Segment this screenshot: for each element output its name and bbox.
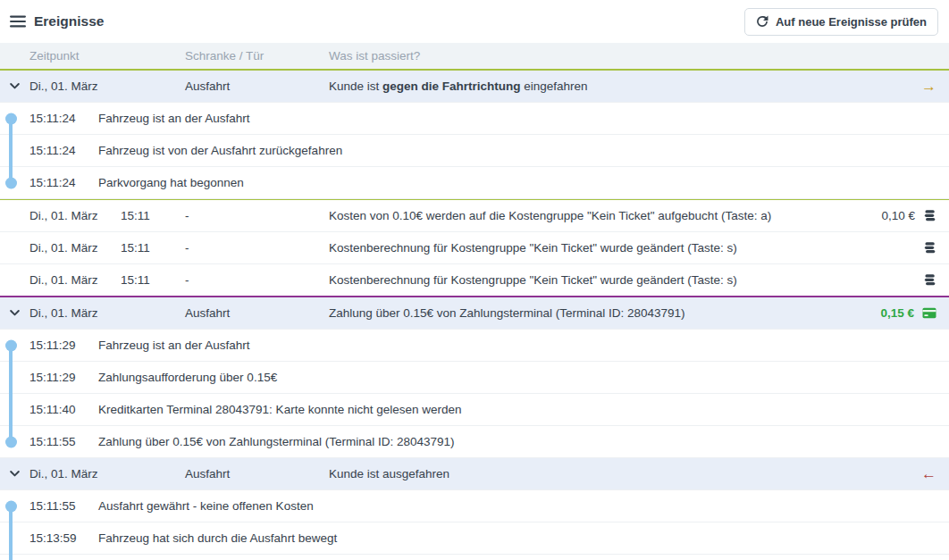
event-time: 15:11:40 [29,403,98,416]
event-time: 15:11:24 [29,144,98,157]
event-gate: - [185,273,329,287]
event-gate: Ausfahrt [185,306,329,320]
event-sub-row: 15:11:29Zahlungsaufforderung über 0.15€ [0,362,949,394]
event-date: Di., 01. März [29,273,121,287]
table-header-row: Zeitpunkt Schranke / Tür Was ist passier… [0,43,949,71]
event-row: Di., 01. März15:11-Kostenberechnung für … [0,232,949,264]
event-table-body: Di., 01. MärzAusfahrtKunde ist gegen die… [0,71,949,560]
event-amount: 0,10 € [881,209,915,222]
event-section: Di., 01. MärzAusfahrtKunde ist gegen die… [0,71,949,199]
coins-icon [923,273,936,287]
event-time: 15:11:29 [29,339,98,352]
event-sub-row: 15:11:29Fahrzeug ist an der Ausfahrt [0,330,949,362]
event-sub-list: 15:11:55Ausfahrt gewährt - keine offenen… [0,490,949,560]
event-description: Fahrzeug ist an der Ausfahrt [98,339,949,352]
event-date: Di., 01. März [29,79,121,93]
timeline-dot [5,436,17,447]
page-header: Ereignisse Auf neue Ereignisse prüfen [0,0,949,43]
credit-card-icon [922,307,936,319]
event-gate: Ausfahrt [185,79,329,93]
event-time: 15:11 [121,241,150,255]
coins-icon [923,241,936,255]
event-description: Kosten von 0.10€ werden auf die Kostengr… [329,209,881,222]
event-group-row[interactable]: Di., 01. MärzAusfahrtKunde ist gegen die… [0,71,949,103]
event-description: Parkvorgang hat begonnen [98,176,949,189]
event-time: 15:13:59 [29,531,98,545]
event-sub-row: 15:11:40Kreditkarten Terminal 28043791: … [0,394,949,426]
chevron-down-icon[interactable] [9,80,21,92]
event-group-row[interactable]: Di., 01. MärzAusfahrtKunde ist ausgefahr… [0,458,949,490]
event-gate: - [185,241,329,255]
event-section: Di., 01. MärzAusfahrtKunde ist ausgefahr… [0,458,949,560]
event-description: Zahlung über 0.15€ von Zahlungsterminal … [98,435,949,448]
event-time: 15:11:24 [29,176,98,189]
column-header-schranke-tuer: Schranke / Tür [185,49,329,63]
event-date: Di., 01. März [29,467,121,481]
event-sub-list: 15:11:24Fahrzeug ist an der Ausfahrt15:1… [0,103,949,199]
event-amount: 0,15 € [880,306,914,320]
event-description: Kostenberechnung für Kostengruppe "Kein … [329,241,923,255]
timeline-dot [5,339,17,351]
event-gate: - [185,209,329,222]
event-date: Di., 01. März [29,306,121,320]
column-header-was-ist-passiert: Was ist passiert? [329,49,949,63]
timeline-dot [5,500,17,512]
event-sub-list: 15:11:29Fahrzeug ist an der Ausfahrt15:1… [0,330,949,458]
event-sub-row: 15:11:55Ausfahrt gewährt - keine offenen… [0,490,949,522]
event-time: 15:11:55 [29,499,98,513]
event-description: Fahrzeug hat sich durch die Ausfahrt bew… [98,531,949,545]
event-sub-row: 15:13:59Fahrzeug hat sich durch die Ausf… [0,522,949,555]
column-header-zeitpunkt: Zeitpunkt [29,49,185,63]
event-group-row[interactable]: Di., 01. MärzAusfahrtZahlung über 0.15€ … [0,297,949,330]
refresh-events-button[interactable]: Auf neue Ereignisse prüfen [744,8,938,36]
chevron-down-icon[interactable] [9,307,21,319]
event-description: Kunde ist ausgefahren [329,467,921,481]
event-description: Fahrzeug ist von der Ausfahrt zurückgefa… [98,144,949,157]
event-description: Kunde ist gegen die Fahrtrichtung eingef… [329,79,921,93]
event-gate: Ausfahrt [185,467,329,481]
hamburger-menu-icon[interactable] [10,14,26,29]
event-row: Di., 01. März15:11-Kosten von 0.10€ werd… [0,200,949,232]
event-time: 15:11:24 [29,112,98,125]
event-sub-row: 15:11:55Zahlung über 0.15€ von Zahlungst… [0,426,949,458]
event-sub-row: 15:11:24Parkvorgang hat begonnen [0,167,949,199]
event-sub-row: 15:13:59Parkvorgang wurde beendet [0,555,949,560]
event-time: 15:11:29 [29,371,98,384]
event-time: 15:11 [121,273,150,287]
refresh-icon [756,15,768,28]
event-sub-row: 15:11:24Fahrzeug ist von der Ausfahrt zu… [0,135,949,167]
event-sub-row: 15:11:24Fahrzeug ist an der Ausfahrt [0,103,949,135]
event-description: Ausfahrt gewährt - keine offenen Kosten [98,499,949,513]
event-date: Di., 01. März [29,241,121,255]
event-description: Zahlungsaufforderung über 0.15€ [98,371,949,384]
chevron-down-icon[interactable] [9,468,21,480]
event-description: Kreditkarten Terminal 28043791: Karte ko… [98,403,949,416]
arrow-right-icon: → [921,79,936,94]
event-section: Di., 01. MärzAusfahrtZahlung über 0.15€ … [0,296,949,458]
event-description: Zahlung über 0.15€ von Zahlungsterminal … [329,306,880,320]
coins-icon [923,209,936,222]
event-time: 15:11:55 [29,435,98,448]
page-title: Ereignisse [34,13,104,29]
event-section: Di., 01. März15:11-Kosten von 0.10€ werd… [0,198,949,297]
timeline-dot [5,113,17,124]
event-row: Di., 01. März15:11-Kostenberechnung für … [0,264,949,297]
refresh-button-label: Auf neue Ereignisse prüfen [776,15,927,29]
event-description: Fahrzeug ist an der Ausfahrt [98,112,949,125]
timeline-dot [5,177,17,188]
event-description: Kostenberechnung für Kostengruppe "Kein … [329,273,923,287]
arrow-left-icon: ← [921,466,936,481]
table-header-gutter [0,43,29,69]
event-time: 15:11 [121,209,150,222]
event-date: Di., 01. März [29,209,121,222]
